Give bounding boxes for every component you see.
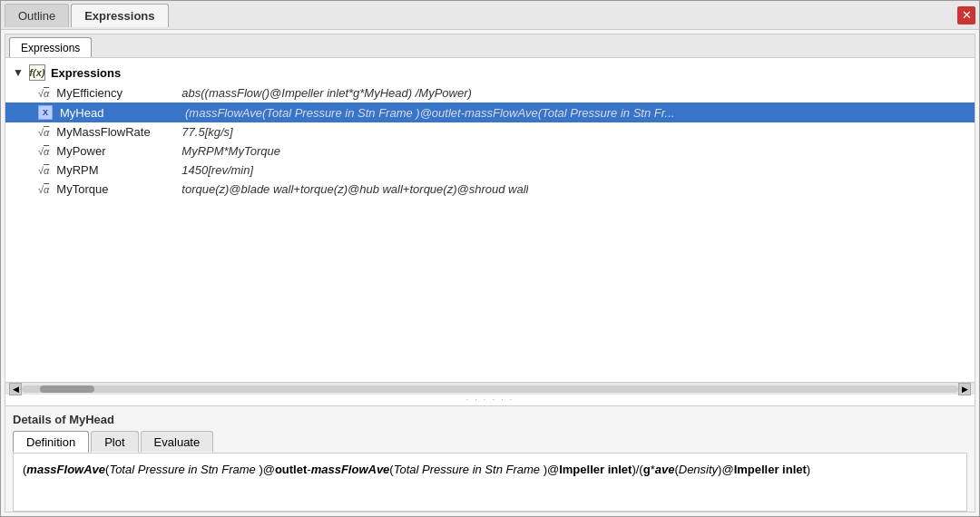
g-label: g xyxy=(643,463,651,476)
row-name-mytorque: MyTorque xyxy=(56,182,174,196)
tree-row-myrpm[interactable]: √α MyRPM 1450[rev/min] xyxy=(5,161,975,180)
scroll-right-arrow[interactable]: ▶ xyxy=(958,383,971,395)
sqrt-icon-mytorque: √α xyxy=(38,184,49,195)
row-name-mypower: MyPower xyxy=(56,144,174,158)
definition-content: (massFlowAve(Total Pressure in Stn Frame… xyxy=(13,453,967,512)
row-name-myrpm: MyRPM xyxy=(56,163,174,177)
tree-row-myhead[interactable]: X MyHead (massFlowAve(Total Pressure in … xyxy=(5,102,975,122)
scroll-left-arrow[interactable]: ◀ xyxy=(9,383,22,395)
row-def-mypower: MyRPM*MyTorque xyxy=(181,144,280,158)
fn-massflowwave: massFlowAve xyxy=(26,463,105,476)
details-tabs: Definition Plot Evaluate xyxy=(13,431,967,453)
tab-expressions[interactable]: Expressions xyxy=(71,4,168,27)
row-name-mymassflowrate: MyMassFlowRate xyxy=(56,125,174,139)
row-def-mytorque: torque(z)@blade wall+torque(z)@hub wall+… xyxy=(181,182,528,196)
tree-toggle-icon[interactable]: ▼ xyxy=(13,66,24,79)
sqrt-icon-mymassflowrate: √α xyxy=(38,127,49,138)
tree-row-mymassflowrate[interactable]: √α MyMassFlowRate 77.5[kg/s] xyxy=(5,122,975,141)
main-content: Expressions ▼ f(x) Expressions √α MyEffi… xyxy=(5,34,975,512)
scroll-thumb[interactable] xyxy=(40,385,94,393)
details-tab-definition[interactable]: Definition xyxy=(13,431,89,453)
var-icon-myhead: X xyxy=(38,105,53,120)
fn-ave: ave xyxy=(655,463,675,476)
row-name-myefficiency: MyEfficiency xyxy=(56,86,174,100)
title-bar: Outline Expressions ✕ xyxy=(1,1,979,30)
details-prefix: Details of xyxy=(13,413,66,426)
sqrt-icon-myefficiency: √α xyxy=(38,88,49,99)
expressions-root-icon: f(x) xyxy=(29,64,45,81)
row-name-myhead: MyHead xyxy=(60,106,178,120)
details-title: Details of MyHead xyxy=(13,410,967,429)
tab-outline[interactable]: Outline xyxy=(5,4,69,27)
sqrt-icon-mypower: √α xyxy=(38,146,49,157)
sqrt-icon-myrpm: √α xyxy=(38,165,49,176)
tree-area[interactable]: ▼ f(x) Expressions √α MyEfficiency abs((… xyxy=(5,58,975,382)
row-def-myefficiency: abs((massFlow()@Impeller inlet*g*MyHead)… xyxy=(181,86,472,100)
fn-massflowwave2: massFlowAve xyxy=(311,463,390,476)
impeller-label: Impeller inlet xyxy=(559,463,632,476)
resize-handle[interactable]: · · · · · · xyxy=(5,395,975,405)
row-def-mymassflowrate: 77.5[kg/s] xyxy=(181,125,232,139)
scroll-track[interactable] xyxy=(22,385,958,393)
main-window: Outline Expressions ✕ Expressions ▼ f(x)… xyxy=(0,0,980,517)
tree-row-myefficiency[interactable]: √α MyEfficiency abs((massFlow()@Impeller… xyxy=(5,83,975,102)
impeller2-label: Impeller inlet xyxy=(734,463,807,476)
horizontal-scrollbar[interactable]: ◀ ▶ xyxy=(5,382,975,395)
arg2: Total Pressure in Stn Frame xyxy=(394,463,540,476)
tree-row-mytorque[interactable]: √α MyTorque torque(z)@blade wall+torque(… xyxy=(5,180,975,199)
tree-root-header: ▼ f(x) Expressions xyxy=(5,62,975,83)
arg1: Total Pressure in Stn Frame xyxy=(109,463,255,476)
row-def-myrpm: 1450[rev/min] xyxy=(181,163,253,177)
details-selected-name: MyHead xyxy=(69,413,114,426)
details-tab-plot[interactable]: Plot xyxy=(91,431,138,453)
density-label: Density xyxy=(679,463,718,476)
tree-root-label: Expressions xyxy=(51,66,121,80)
row-def-myhead: (massFlowAve(Total Pressure in Stn Frame… xyxy=(185,106,674,120)
details-tab-evaluate[interactable]: Evaluate xyxy=(141,431,214,453)
tree-row-mypower[interactable]: √α MyPower MyRPM*MyTorque xyxy=(5,141,975,161)
definition-text: (massFlowAve(Total Pressure in Stn Frame… xyxy=(23,461,957,479)
details-panel: Details of MyHead Definition Plot Evalua… xyxy=(5,405,975,512)
inner-tab-expressions[interactable]: Expressions xyxy=(9,37,92,57)
outlet-label: outlet xyxy=(275,463,307,476)
inner-tab-bar: Expressions xyxy=(5,34,975,58)
close-button[interactable]: ✕ xyxy=(957,6,975,24)
